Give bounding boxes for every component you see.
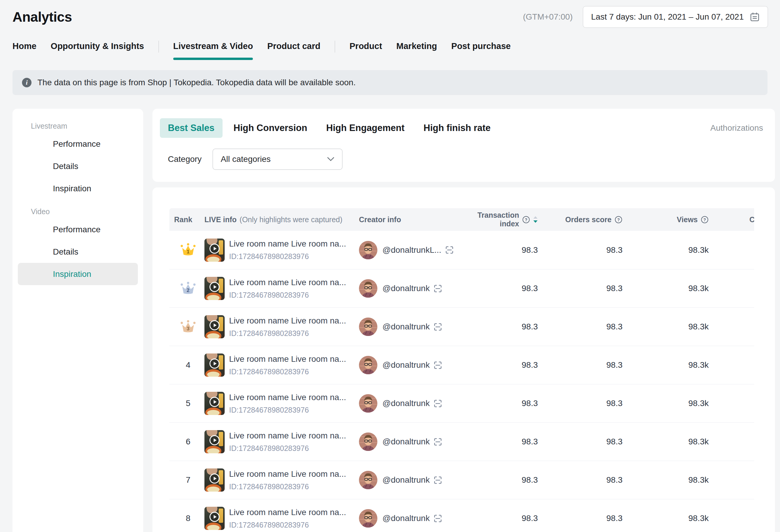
sidebar-item-livestream-inspiration[interactable]: Inspiration xyxy=(18,177,138,200)
creator-username[interactable]: @donaltrunkL... xyxy=(382,245,441,255)
live-room-id: ID:17284678980283976 xyxy=(229,367,346,376)
scan-expand-icon[interactable] xyxy=(433,399,442,408)
date-range-picker[interactable]: Last 7 days: Jun 01, 2021 – Jun 07, 2021 xyxy=(583,6,768,28)
question-circle-icon[interactable]: ? xyxy=(615,216,623,224)
rank-number: 4 xyxy=(186,360,190,370)
creator-username[interactable]: @donaltrunk xyxy=(382,360,430,370)
nav-tab-home[interactable]: Home xyxy=(12,41,37,52)
sidebar-item-video-inspiration[interactable]: Inspiration xyxy=(18,263,138,285)
video-thumbnail[interactable] xyxy=(204,238,225,262)
thumbnail-art xyxy=(207,487,220,492)
authorizations-link[interactable]: Authorizations xyxy=(711,123,763,133)
live-room-title[interactable]: Live room name Live room na... xyxy=(229,316,346,326)
nav-tab-livestream-video[interactable]: Livestream & Video xyxy=(173,41,253,52)
video-thumbnail[interactable] xyxy=(204,392,225,415)
play-icon xyxy=(209,320,220,330)
scan-expand-icon[interactable] xyxy=(433,322,442,331)
page-title: Analytics xyxy=(12,9,72,25)
sidebar-item-livestream-performance[interactable]: Performance xyxy=(18,133,138,155)
question-circle-icon[interactable]: ? xyxy=(522,216,530,224)
table-row[interactable]: 7 Live room name Live room na... ID:1728… xyxy=(169,461,754,499)
live-room-title[interactable]: Live room name Live room na... xyxy=(229,354,346,364)
col-header-transaction-index[interactable]: Transaction index ? xyxy=(484,211,543,228)
transaction-index-cell: 98.3 xyxy=(484,360,543,370)
live-room-title[interactable]: Live room name Live room na... xyxy=(229,469,346,479)
video-thumbnail[interactable] xyxy=(204,507,225,530)
table-row[interactable]: 6 Live room name Live room na... ID:1728… xyxy=(169,422,754,461)
subtab-high-engagement[interactable]: High Engagement xyxy=(326,118,405,138)
creator-username[interactable]: @donaltrunk xyxy=(382,322,430,331)
orders-score-cell: 98.3 xyxy=(543,245,626,255)
nav-tab-post-purchase[interactable]: Post purchase xyxy=(451,41,511,52)
table-row[interactable]: 5 Live room name Live room na... ID:1728… xyxy=(169,384,754,422)
creator-avatar[interactable] xyxy=(359,318,377,336)
creator-avatar[interactable] xyxy=(359,432,377,451)
live-room-title[interactable]: Live room name Live room na... xyxy=(229,239,346,249)
creator-avatar[interactable] xyxy=(359,509,377,528)
scan-expand-icon[interactable] xyxy=(433,361,442,370)
date-range-label: Last 7 days: Jun 01, 2021 – Jun 07, 2021 xyxy=(591,12,744,22)
info-banner: i The data on this page is from Shop | T… xyxy=(12,70,768,95)
subtab-high-conversion[interactable]: High Conversion xyxy=(234,118,307,138)
sort-descending-icon[interactable] xyxy=(533,216,538,224)
question-circle-icon[interactable]: ? xyxy=(701,216,709,224)
table-row[interactable]: 4 Live room name Live room na... ID:1728… xyxy=(169,346,754,384)
creator-username[interactable]: @donaltrunk xyxy=(382,284,430,293)
subtab-best-sales[interactable]: Best Sales xyxy=(160,118,223,138)
video-thumbnail[interactable] xyxy=(204,354,225,377)
rank-cell: 8 xyxy=(169,514,202,523)
nav-tab-product-card[interactable]: Product card xyxy=(267,41,320,52)
creator-avatar[interactable] xyxy=(359,471,377,489)
video-thumbnail[interactable] xyxy=(204,315,225,338)
sidebar-item-video-performance[interactable]: Performance xyxy=(18,218,138,241)
video-thumbnail[interactable] xyxy=(204,430,225,453)
sidebar-item-livestream-details[interactable]: Details xyxy=(18,155,138,177)
creator-avatar[interactable] xyxy=(359,356,377,374)
video-thumbnail[interactable] xyxy=(204,468,225,492)
nav-tab-marketing[interactable]: Marketing xyxy=(396,41,437,52)
creator-username[interactable]: @donaltrunk xyxy=(382,398,430,408)
nav-tab-product[interactable]: Product xyxy=(349,41,382,52)
sidebar-group-livestream: LivestreamPerformanceDetailsInspiration xyxy=(12,122,143,200)
top-header: Analytics (GTM+07:00) Last 7 days: Jun 0… xyxy=(0,0,780,28)
sidebar: LivestreamPerformanceDetailsInspirationV… xyxy=(12,109,143,532)
creator-avatar[interactable] xyxy=(359,279,377,298)
live-text-block: Live room name Live room na... ID:172846… xyxy=(229,354,346,376)
video-thumbnail[interactable] xyxy=(204,277,225,300)
live-room-title[interactable]: Live room name Live room na... xyxy=(229,393,346,402)
subtab-high-finish-rate[interactable]: High finish rate xyxy=(424,118,491,138)
live-text-block: Live room name Live room na... ID:172846… xyxy=(229,431,346,453)
live-info-note: (Only highlights were captured) xyxy=(240,215,342,224)
live-room-title[interactable]: Live room name Live room na... xyxy=(229,508,346,517)
creator-username[interactable]: @donaltrunk xyxy=(382,475,430,485)
scan-expand-icon[interactable] xyxy=(433,437,442,446)
sidebar-item-video-details[interactable]: Details xyxy=(18,241,138,263)
transaction-index-cell: 98.3 xyxy=(484,514,543,523)
primary-nav: HomeOpportunity & InsightsLivestream & V… xyxy=(0,37,780,56)
creator-avatar[interactable] xyxy=(359,394,377,413)
scan-expand-icon[interactable] xyxy=(433,514,442,523)
category-select[interactable]: All categories xyxy=(212,149,343,170)
orders-score-cell: 98.3 xyxy=(543,514,626,523)
svg-text:?: ? xyxy=(703,217,706,222)
live-info-cell: Live room name Live room na... ID:172846… xyxy=(202,315,356,338)
orders-score-label: Orders score xyxy=(565,215,612,224)
table-row[interactable]: 3 Live room name Live room na... ID:1728… xyxy=(169,308,754,346)
scan-expand-icon[interactable] xyxy=(433,476,442,485)
creator-username[interactable]: @donaltrunk xyxy=(382,437,430,446)
creator-avatar[interactable] xyxy=(359,241,377,259)
scan-expand-icon[interactable] xyxy=(433,284,442,293)
transaction-index-cell: 98.3 xyxy=(484,245,543,255)
table-row[interactable]: 2 Live room name Live room na... ID:1728… xyxy=(169,269,754,308)
nav-tab-opportunity-insights[interactable]: Opportunity & Insights xyxy=(51,41,144,52)
rank-cell: 6 xyxy=(169,437,202,446)
scan-expand-icon[interactable] xyxy=(445,245,454,255)
table-row[interactable]: 1 Live room name Live room na... ID:1728… xyxy=(169,231,754,269)
creator-username[interactable]: @donaltrunk xyxy=(382,514,430,523)
live-room-title[interactable]: Live room name Live room na... xyxy=(229,278,346,287)
live-room-id: ID:17284678980283976 xyxy=(229,482,346,491)
views-cell: 98.3k xyxy=(626,245,711,255)
live-room-title[interactable]: Live room name Live room na... xyxy=(229,431,346,440)
creator-cell: @donaltrunk xyxy=(356,471,484,489)
table-row[interactable]: 8 Live room name Live room na... ID:1728… xyxy=(169,499,754,532)
